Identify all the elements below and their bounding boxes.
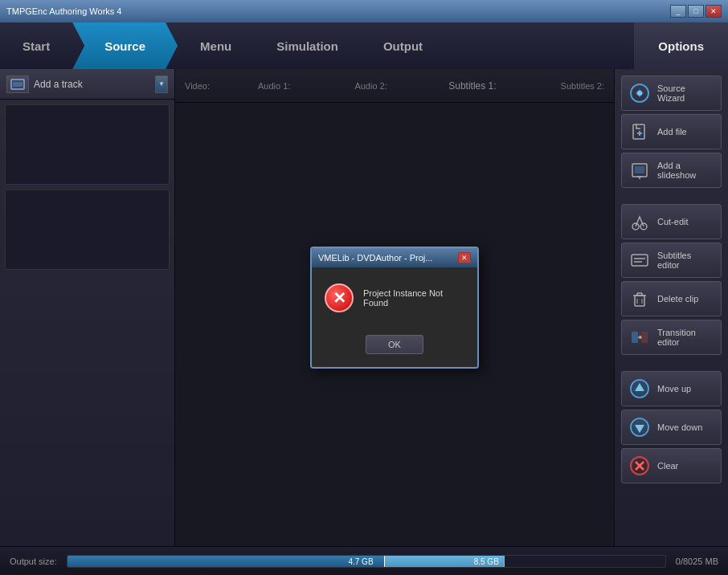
output-mb-value: 0/8025 MB — [676, 557, 718, 566]
move-up-button[interactable]: Move up — [621, 371, 722, 406]
subtitle-icon — [628, 249, 651, 271]
dropdown-arrow[interactable]: ▼ — [155, 75, 168, 93]
progress-label-8gb: 8.5 GB — [474, 557, 499, 565]
add-track-label: Add a track — [34, 79, 150, 90]
track-thumbnail-2 — [5, 190, 170, 270]
dialog-title-bar: VMELib - DVDAuthor - Proj... ✕ — [312, 248, 477, 267]
move-up-icon — [628, 377, 651, 400]
clear-button[interactable]: Clear — [621, 448, 722, 483]
cut-edit-button[interactable]: Cut-edit — [621, 204, 722, 239]
transition-editor-label: Transition editor — [657, 328, 714, 347]
output-size-label: Output size: — [10, 557, 57, 566]
clear-label: Clear — [657, 461, 678, 471]
error-dialog: VMELib - DVDAuthor - Proj... ✕ ✕ Project… — [310, 247, 479, 369]
tab-simulation[interactable]: Simulation — [254, 22, 361, 69]
source-wizard-button[interactable]: Source Wizard — [621, 75, 722, 111]
window-title: TMPGEnc Authoring Works 4 — [6, 6, 121, 16]
options-button[interactable]: Options — [634, 22, 728, 69]
tab-output[interactable]: Output — [361, 22, 445, 69]
error-icon: ✕ — [325, 283, 354, 312]
minimize-button[interactable]: _ — [670, 5, 686, 18]
navigation-bar: Start Source Menu Simulation Output Opti… — [0, 22, 728, 69]
tab-source[interactable]: Source — [72, 22, 178, 69]
trash-icon — [628, 288, 651, 310]
add-file-label: Add file — [657, 127, 687, 137]
track-thumbnail-1 — [5, 104, 170, 185]
dialog-message: Project Instance Not Found — [363, 288, 464, 308]
svg-rect-23 — [632, 332, 638, 343]
main-content: Add a track ▼ Video: Audio 1: Audio 2: S… — [0, 69, 728, 546]
progress-marker-2 — [504, 556, 505, 567]
progress-fill-used — [67, 556, 384, 567]
transition-editor-button[interactable]: Transition editor — [621, 320, 722, 355]
subtitles-editor-button[interactable]: Subtitles editor — [621, 243, 722, 278]
track-icon — [6, 75, 29, 93]
slideshow-icon — [628, 159, 651, 181]
clear-icon — [628, 455, 651, 477]
dialog-title: VMELib - DVDAuthor - Proj... — [318, 253, 432, 263]
progress-label-4gb: 4.7 GB — [348, 557, 373, 565]
add-file-button[interactable]: Add file — [621, 114, 722, 149]
add-slideshow-label: Add a slideshow — [657, 161, 714, 180]
svg-point-3 — [637, 91, 642, 96]
svg-rect-24 — [641, 332, 648, 343]
svg-rect-1 — [13, 82, 22, 87]
center-area: Video: Audio 1: Audio 2: Subtitles 1: Su… — [175, 69, 614, 546]
tab-menu[interactable]: Menu — [178, 22, 254, 69]
add-track-bar[interactable]: Add a track ▼ — [0, 69, 174, 100]
scissors-icon — [628, 210, 651, 233]
maximize-button[interactable]: □ — [688, 5, 704, 18]
transition-icon — [628, 326, 651, 349]
add-file-icon — [628, 120, 651, 143]
move-down-button[interactable]: Move down — [621, 410, 722, 445]
tab-start[interactable]: Start — [0, 22, 72, 69]
svg-rect-8 — [635, 166, 644, 173]
svg-rect-13 — [632, 255, 648, 266]
cut-edit-label: Cut-edit — [657, 217, 689, 226]
add-slideshow-button[interactable]: Add a slideshow — [621, 153, 722, 188]
dialog-footer: OK — [312, 328, 477, 367]
delete-clip-button[interactable]: Delete clip — [621, 281, 722, 316]
title-bar: TMPGEnc Authoring Works 4 _ □ ✕ — [0, 0, 728, 22]
status-bar: Output size: 4.7 GB 8.5 GB 0/8025 MB — [0, 546, 728, 575]
dialog-overlay: VMELib - DVDAuthor - Proj... ✕ ✕ Project… — [175, 69, 614, 546]
move-up-label: Move up — [657, 384, 691, 394]
move-down-icon — [628, 416, 651, 438]
spacer-1 — [621, 191, 722, 201]
source-wizard-label: Source Wizard — [657, 84, 714, 103]
close-button[interactable]: ✕ — [706, 5, 722, 18]
delete-clip-label: Delete clip — [657, 294, 698, 304]
left-panel: Add a track ▼ — [0, 69, 175, 546]
dialog-body: ✕ Project Instance Not Found — [312, 267, 477, 328]
wizard-icon — [628, 82, 651, 104]
dialog-close-button[interactable]: ✕ — [458, 252, 471, 263]
progress-bar: 4.7 GB 8.5 GB — [67, 555, 666, 568]
window-controls[interactable]: _ □ ✕ — [670, 5, 722, 18]
move-down-label: Move down — [657, 422, 702, 432]
right-panel: Source Wizard Add file — [614, 69, 728, 546]
ok-button[interactable]: OK — [366, 335, 423, 354]
subtitles-editor-label: Subtitles editor — [657, 251, 714, 270]
svg-rect-16 — [635, 296, 644, 306]
progress-marker-1 — [384, 556, 385, 567]
spacer-2 — [621, 358, 722, 368]
